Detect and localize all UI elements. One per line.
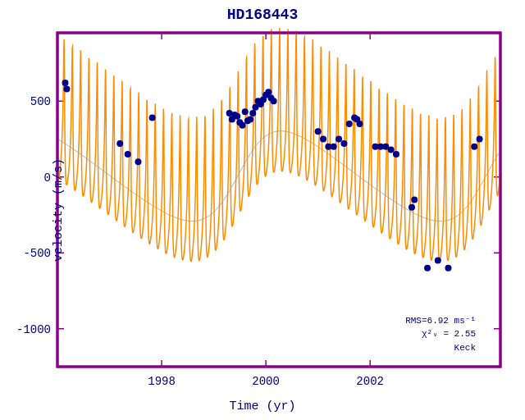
y-axis-label: velocity (m/s) <box>52 158 66 262</box>
rms-value: RMS=6.92 ms⁻¹ <box>405 314 476 328</box>
chart-container: HD168443 velocity (m/s) Time (yr) RMS=6.… <box>0 0 525 420</box>
instrument-label: Keck <box>405 341 476 355</box>
chart-title: HD168443 <box>0 7 525 23</box>
chi2-value: χ²ᵥ = 2.55 <box>405 327 476 341</box>
x-axis-label: Time (yr) <box>0 399 525 413</box>
stats-box: RMS=6.92 ms⁻¹ χ²ᵥ = 2.55 Keck <box>405 314 476 355</box>
